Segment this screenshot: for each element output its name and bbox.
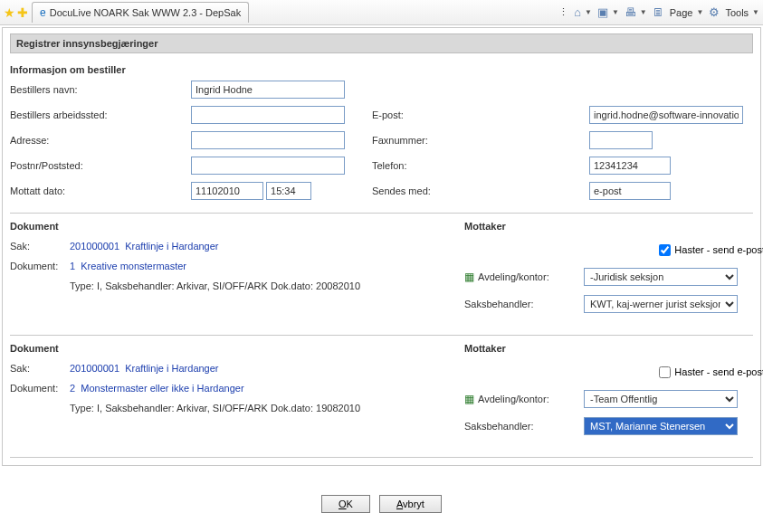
type-text: I, Saksbehandler: Arkivar, SI/OFF/ARK Do…: [97, 280, 360, 291]
label-sak: Sak:: [10, 241, 64, 252]
tools-menu-label[interactable]: Tools: [725, 7, 749, 18]
calendar-icon[interactable]: ▦: [464, 271, 474, 283]
label-type: Type:: [70, 280, 94, 291]
dokument-link[interactable]: 1 Kreative monstermaster: [70, 261, 186, 271]
input-mottatt-tid[interactable]: [266, 182, 311, 200]
chevron-down-icon[interactable]: ▼: [585, 8, 592, 16]
label-telefon: Telefon:: [372, 160, 589, 171]
home-icon[interactable]: ⌂: [574, 5, 581, 19]
input-sendes[interactable]: [589, 182, 671, 200]
page-icon[interactable]: 🗏: [653, 5, 664, 19]
select-saksbehandler[interactable]: MST, Marianne Stenersen: [584, 417, 738, 435]
label-avdeling: Avdeling/kontor:: [478, 271, 549, 282]
browser-toolbar: ★ ✚ e DocuLive NOARK Sak WWW 2.3 - DepSa…: [0, 0, 763, 25]
label-fax: Faxnummer:: [372, 135, 589, 146]
label-mottatt: Mottatt dato:: [10, 185, 191, 196]
col-mottaker: Mottaker: [464, 221, 582, 232]
label-haster: Haster - send e-post: [674, 366, 763, 377]
type-text: I, Saksbehandler: Arkivar, SI/OFF/ARK Do…: [97, 403, 360, 413]
select-avdeling[interactable]: -Juridisk seksjon: [584, 268, 738, 286]
feed-icon[interactable]: ▣: [597, 5, 608, 19]
divider: [10, 335, 753, 336]
page-menu-label[interactable]: Page: [670, 7, 693, 18]
label-avdeling: Avdeling/kontor:: [478, 394, 549, 404]
separator: ⋮: [558, 6, 568, 18]
select-saksbehandler[interactable]: KWT, kaj-werner jurist seksjon: [584, 295, 738, 313]
label-dokument: Dokument:: [10, 383, 64, 394]
divider: [10, 213, 753, 214]
tools-icon[interactable]: ⚙: [709, 5, 720, 19]
chevron-down-icon[interactable]: ▼: [696, 8, 703, 16]
input-navn[interactable]: [191, 81, 345, 99]
col-dokument: Dokument: [10, 343, 463, 354]
info-section-title: Informasjon om bestiller: [10, 64, 753, 75]
checkbox-haster[interactable]: [659, 366, 671, 378]
page-title: Registrer innsynsbegjæringer: [16, 38, 158, 49]
input-adresse[interactable]: [191, 131, 345, 149]
chevron-down-icon[interactable]: ▼: [640, 8, 647, 16]
browser-tab[interactable]: e DocuLive NOARK Sak WWW 2.3 - DepSak: [32, 2, 249, 23]
label-arbeidssted: Bestillers arbeidssted:: [10, 109, 191, 120]
input-epost[interactable]: [589, 106, 743, 124]
label-sendes: Sendes med:: [372, 185, 589, 196]
label-saksbehandler: Saksbehandler:: [464, 421, 533, 432]
sak-link[interactable]: 201000001 Kraftlinje i Hardanger: [70, 363, 219, 374]
input-postnr[interactable]: [191, 157, 345, 175]
col-mottaker: Mottaker: [464, 343, 582, 354]
ie-icon: e: [40, 6, 46, 19]
page-header: Registrer innsynsbegjæringer: [10, 33, 753, 53]
input-telefon[interactable]: [589, 157, 671, 175]
add-favorite-icon[interactable]: ✚: [17, 5, 28, 20]
divider: [10, 457, 753, 458]
checkbox-haster[interactable]: [659, 244, 671, 256]
select-avdeling[interactable]: -Team Offentlig: [584, 390, 738, 408]
label-dokument: Dokument:: [10, 261, 64, 271]
input-arbeidssted[interactable]: [191, 106, 345, 124]
label-saksbehandler: Saksbehandler:: [464, 299, 533, 309]
label-epost: E-post:: [372, 109, 589, 120]
chevron-down-icon[interactable]: ▼: [612, 8, 619, 16]
chevron-down-icon[interactable]: ▼: [752, 8, 759, 16]
label-type: Type:: [70, 403, 94, 413]
dokument-link[interactable]: 2 Monstermaster eller ikke i Hardanger: [70, 383, 244, 394]
label-postnr: Postnr/Poststed:: [10, 160, 191, 171]
label-adresse: Adresse:: [10, 135, 191, 146]
col-dokument: Dokument: [10, 221, 463, 232]
favorite-icon[interactable]: ★: [4, 5, 15, 20]
label-navn: Bestillers navn:: [10, 84, 191, 95]
tab-title: DocuLive NOARK Sak WWW 2.3 - DepSak: [50, 7, 242, 18]
ok-button[interactable]: OK: [321, 495, 370, 513]
input-fax[interactable]: [589, 131, 653, 149]
label-sak: Sak:: [10, 363, 64, 374]
cancel-button[interactable]: Avbryt: [379, 495, 442, 513]
label-haster: Haster - send e-post: [674, 244, 763, 255]
input-mottatt-dato[interactable]: [191, 182, 263, 200]
sak-link[interactable]: 201000001 Kraftlinje i Hardanger: [70, 241, 219, 252]
calendar-icon[interactable]: ▦: [464, 393, 474, 405]
print-icon[interactable]: 🖶: [625, 5, 636, 19]
